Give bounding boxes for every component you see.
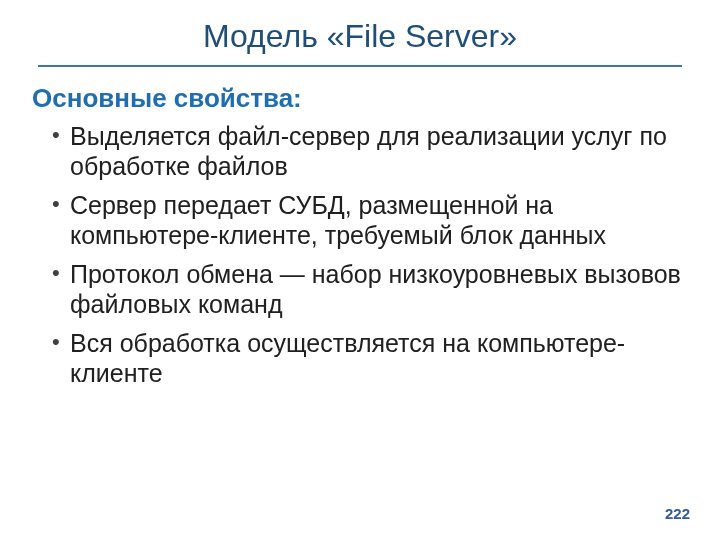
list-item: Выделяется файл-сервер для реализации ус… xyxy=(52,122,682,181)
list-item: Сервер передает СУБД, размещенной на ком… xyxy=(52,191,682,250)
title-underline xyxy=(38,65,682,67)
bullet-list: Выделяется файл-сервер для реализации ус… xyxy=(38,122,682,388)
list-item: Вся обработка осуществляется на компьюте… xyxy=(52,329,682,388)
slide-subtitle: Основные свойства: xyxy=(32,83,682,114)
page-number: 222 xyxy=(665,505,690,522)
list-item: Протокол обмена — набор низкоуровневых в… xyxy=(52,260,682,319)
slide-title: Модель «File Server» xyxy=(38,18,682,59)
slide-container: Модель «File Server» Основные свойства: … xyxy=(0,0,720,540)
